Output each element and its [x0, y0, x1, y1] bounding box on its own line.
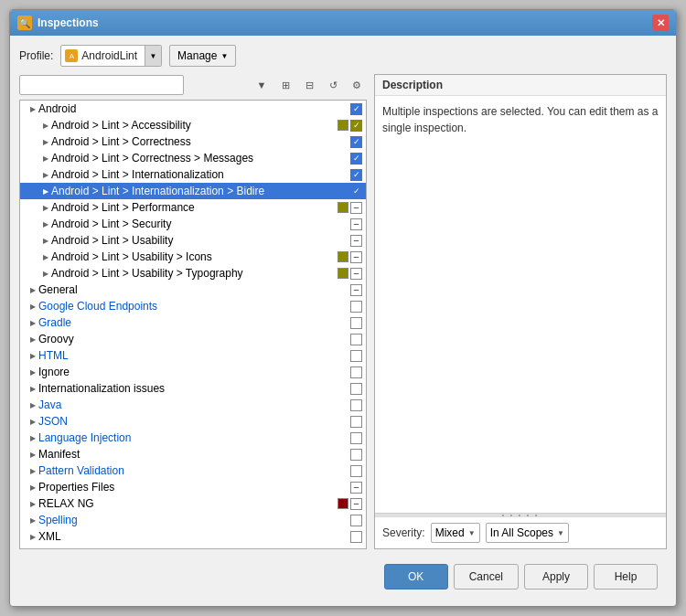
ok-button[interactable]: OK	[384, 564, 448, 589]
search-input[interactable]	[19, 75, 184, 95]
inspection-checkbox[interactable]	[350, 251, 362, 263]
inspection-checkbox[interactable]	[350, 202, 362, 214]
filter-button[interactable]: ▼	[252, 75, 272, 95]
inspection-checkbox[interactable]	[350, 366, 362, 378]
left-panel: 🔍 ▼ ⊞ ⊟ ↺ ⚙ ▶Android▶Android > Lint > Ac…	[19, 74, 367, 549]
inspection-checkbox[interactable]	[350, 399, 362, 411]
tree-item[interactable]: ▶Pattern Validation	[20, 462, 366, 479]
inspection-checkbox[interactable]	[350, 169, 362, 181]
checkbox-area	[350, 366, 362, 378]
expand-all-button[interactable]: ⊞	[275, 75, 295, 95]
tree-item[interactable]: ▶Android > Lint > Accessibility	[20, 117, 366, 133]
reset-button[interactable]: ↺	[323, 75, 343, 95]
tree-item[interactable]: ▶Android > Lint > Usability > Typography	[20, 265, 366, 281]
tree-item[interactable]: ▶RELAX NG	[20, 495, 366, 512]
tree-expand-icon: ▶	[27, 334, 38, 345]
button-row: OK Cancel Apply Help	[19, 557, 667, 597]
tree-expand-icon: ▶	[27, 449, 38, 460]
severity-color-indicator	[338, 268, 348, 279]
checkbox-area	[350, 301, 362, 313]
tree-item[interactable]: ▶Android > Lint > Performance	[20, 199, 366, 216]
inspection-checkbox[interactable]	[350, 482, 362, 494]
tree-item[interactable]: ▶Spelling	[20, 512, 366, 528]
tree-item[interactable]: ▶Google Cloud Endpoints	[20, 298, 366, 314]
tree-item[interactable]: ▶Android > Lint > Correctness	[20, 133, 366, 150]
tree-expand-icon: ▶	[27, 284, 38, 295]
settings-button[interactable]: ⚙	[347, 75, 367, 95]
manage-button[interactable]: Manage ▼	[169, 45, 236, 67]
inspection-checkbox[interactable]	[350, 334, 362, 345]
tree-item[interactable]: ▶Properties Files	[20, 479, 366, 495]
tree-item-label: Android > Lint > Accessibility	[51, 119, 338, 132]
inspection-checkbox[interactable]	[350, 136, 362, 148]
collapse-all-button[interactable]: ⊟	[299, 75, 319, 95]
tree-item-label: Android > Lint > Performance	[51, 201, 338, 214]
inspection-checkbox[interactable]	[350, 103, 362, 115]
tree-item-label: XML	[38, 530, 350, 543]
tree-item[interactable]: ▶Android	[20, 101, 366, 117]
tree-expand-icon: ▶	[27, 366, 38, 377]
tree-item[interactable]: ▶Java	[20, 397, 366, 413]
severity-color-indicator	[338, 120, 348, 131]
inspection-checkbox[interactable]	[350, 383, 362, 395]
inspection-checkbox[interactable]	[350, 465, 362, 477]
severity-dropdown[interactable]: Mixed ▼	[431, 523, 480, 543]
checkbox-area	[350, 482, 362, 494]
inspection-checkbox[interactable]	[350, 531, 362, 543]
tree-expand-icon: ▶	[40, 169, 51, 180]
inspection-checkbox[interactable]	[350, 284, 362, 296]
tree-item-label: Android > Lint > Internationalization	[51, 168, 350, 181]
inspection-checkbox[interactable]	[350, 120, 362, 132]
inspections-tree[interactable]: ▶Android▶Android > Lint > Accessibility▶…	[19, 100, 367, 549]
cancel-button[interactable]: Cancel	[454, 564, 519, 589]
tree-item[interactable]: ▶Android > Lint > Internationalization >…	[20, 183, 366, 199]
description-content: Multiple inspections are selected. You c…	[375, 96, 666, 513]
tree-item[interactable]: ▶HTML	[20, 347, 366, 364]
checkbox-area	[350, 399, 362, 411]
tree-item-label: Ignore	[38, 366, 350, 378]
inspection-checkbox[interactable]	[350, 432, 362, 444]
tree-item[interactable]: ▶Internationalization issues	[20, 380, 366, 397]
scope-dropdown[interactable]: In All Scopes ▼	[486, 523, 569, 543]
tree-item-label: General	[38, 283, 350, 296]
tree-item[interactable]: ▶General	[20, 281, 366, 298]
close-button[interactable]: ✕	[652, 15, 669, 31]
inspection-checkbox[interactable]	[350, 301, 362, 313]
tree-item[interactable]: ▶XML	[20, 528, 366, 545]
tree-item[interactable]: ▶Gradle	[20, 314, 366, 331]
tree-item[interactable]: ▶Language Injection	[20, 430, 366, 446]
tree-item[interactable]: ▶Manifest	[20, 446, 366, 462]
description-header: Description	[375, 75, 666, 96]
inspection-checkbox[interactable]	[350, 153, 362, 165]
tree-item[interactable]: ▶Android > Lint > Usability	[20, 232, 366, 249]
tree-item-label: Android > Lint > Security	[51, 218, 350, 230]
tree-item-label: Language Injection	[38, 431, 350, 444]
tree-item[interactable]: ▶Ignore	[20, 364, 366, 380]
profile-dropdown[interactable]: A AndroidLint ▼	[60, 45, 162, 67]
inspection-checkbox[interactable]	[350, 449, 362, 461]
inspection-checkbox[interactable]	[350, 416, 362, 428]
inspection-checkbox[interactable]	[350, 498, 362, 510]
inspection-checkbox[interactable]	[350, 515, 362, 526]
inspection-checkbox[interactable]	[350, 186, 362, 197]
inspection-checkbox[interactable]	[350, 218, 362, 230]
help-button[interactable]: Help	[594, 564, 658, 589]
tree-expand-icon: ▶	[27, 416, 38, 427]
apply-button[interactable]: Apply	[524, 564, 588, 589]
inspection-checkbox[interactable]	[350, 268, 362, 280]
tree-item[interactable]: ▶Android > Lint > Internationalization	[20, 166, 366, 183]
tree-expand-icon: ▶	[27, 301, 38, 312]
inspection-checkbox[interactable]	[350, 317, 362, 329]
tree-item[interactable]: ▶Android > Lint > Security	[20, 216, 366, 232]
checkbox-area	[350, 531, 362, 543]
tree-expand-icon: ▶	[40, 120, 51, 131]
tree-item[interactable]: ▶Groovy	[20, 331, 366, 347]
inspection-checkbox[interactable]	[350, 350, 362, 362]
inspection-checkbox[interactable]	[350, 235, 362, 247]
tree-item-label: Pattern Validation	[38, 464, 350, 477]
tree-item[interactable]: ▶JSON	[20, 413, 366, 430]
tree-item-label: HTML	[38, 349, 350, 362]
tree-item[interactable]: ▶Android > Lint > Usability > Icons	[20, 249, 366, 265]
tree-item[interactable]: ▶Android > Lint > Correctness > Messages	[20, 150, 366, 166]
tree-item-label: Android > Lint > Correctness	[51, 135, 350, 148]
